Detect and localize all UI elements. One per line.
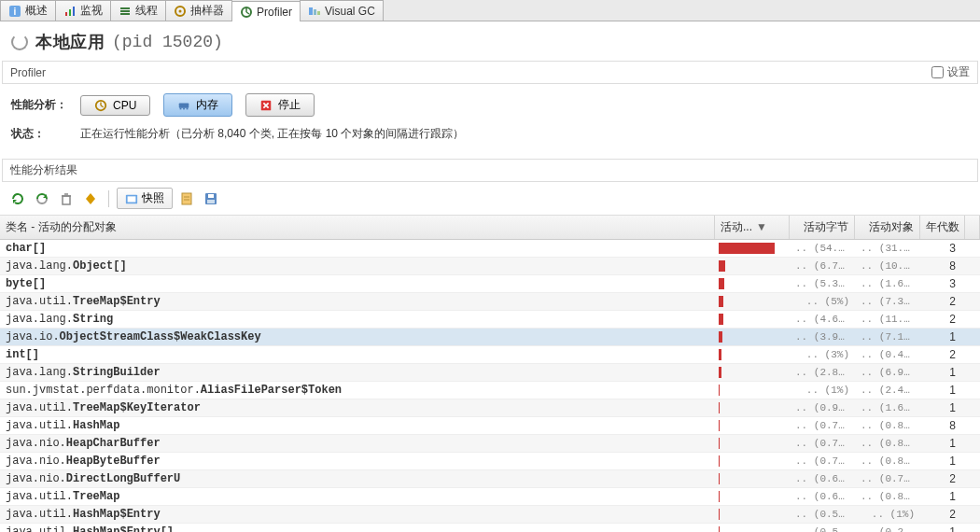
col-name[interactable]: 类名 - 活动的分配对象	[0, 216, 715, 239]
cell-bar	[715, 383, 790, 398]
table-row[interactable]: java.nio.HeapCharBuffer.. (0.7%).. (0.8%…	[0, 435, 980, 453]
cell-bytes: .. (5.3%)	[790, 276, 855, 291]
cell-name: byte[]	[0, 275, 715, 292]
cell-name: java.util.HashMap	[0, 417, 715, 434]
table-row[interactable]: java.util.TreeMap$KeyIterator.. (0.9%)..…	[0, 399, 980, 417]
cell-bar	[715, 365, 790, 380]
svg-text:i: i	[14, 7, 17, 17]
cpu-button[interactable]: CPU	[80, 95, 150, 116]
cell-bytes: .. (3.9%)	[790, 329, 855, 344]
cell-gen: 2	[920, 470, 965, 487]
settings-checkbox[interactable]	[931, 66, 944, 78]
tab-profiler[interactable]: Profiler	[231, 1, 301, 21]
threads-icon	[119, 5, 132, 18]
cell-objs: .. (0.8%)	[855, 489, 920, 504]
export-button[interactable]	[176, 189, 197, 209]
tab-监视[interactable]: 监视	[55, 0, 111, 21]
tab-visual gc[interactable]: Visual GC	[300, 0, 384, 21]
table-row[interactable]: java.nio.DirectLongBufferU.. (0.6%).. (0…	[0, 470, 980, 488]
save-button[interactable]	[201, 189, 221, 209]
cell-bytes: .. (4.6%)	[790, 312, 855, 327]
cell-bar	[715, 400, 790, 415]
table-row[interactable]: java.util.HashMap.. (0.7%).. (0.8%)8	[0, 417, 980, 435]
cell-name: java.lang.Object[]	[0, 258, 715, 274]
table-row[interactable]: java.io.ObjectStreamClass$WeakClassKey..…	[0, 329, 980, 346]
table-row[interactable]: java.lang.String.. (4.6%).. (11.3%)2	[0, 311, 980, 329]
table-row[interactable]: java.lang.StringBuilder.. (2.8%).. (6.9%…	[0, 364, 980, 382]
table-row[interactable]: java.util.TreeMap$Entry.. (5%).. (7.3%)2	[0, 293, 980, 311]
cell-bar	[715, 418, 790, 433]
cell-objs: .. (0.8%)	[855, 436, 920, 451]
gc-button[interactable]	[80, 189, 101, 209]
cell-bar	[715, 329, 790, 344]
table-row[interactable]: int[].. (3%).. (0.4%)2	[0, 346, 980, 364]
stop-button[interactable]: 停止	[245, 93, 315, 117]
col-gen[interactable]: 年代数	[920, 216, 965, 239]
cell-gen: 3	[920, 240, 965, 257]
cell-bytes: .. (0.7%)	[790, 454, 855, 469]
table-row[interactable]: char[].. (54.7%).. (31.4%)3	[0, 240, 980, 258]
cell-gen: 2	[920, 311, 965, 328]
refresh-button[interactable]	[7, 189, 28, 209]
cell-bar	[715, 454, 790, 469]
cell-name: char[]	[0, 240, 715, 257]
table-body[interactable]: char[].. (54.7%).. (31.4%)3java.lang.Obj…	[0, 240, 980, 532]
cell-name: java.util.TreeMap$Entry	[0, 293, 715, 310]
cell-objs: .. (0.4%)	[855, 347, 920, 362]
cell-gen: 1	[920, 364, 965, 381]
cpu-icon	[94, 99, 107, 112]
settings-toggle[interactable]: 设置	[931, 64, 970, 80]
col-objs[interactable]: 活动对象	[855, 216, 920, 239]
cell-objs: .. (2.4%)	[855, 383, 920, 398]
cell-gen: 8	[920, 258, 965, 274]
cell-objs: .. (10.9%)	[855, 259, 920, 273]
cell-bytes: .. (0.5%)	[790, 525, 855, 532]
table-row[interactable]: sun.jvmstat.perfdata.monitor.AliasFilePa…	[0, 382, 980, 399]
sort-desc-icon: ▼	[756, 220, 767, 233]
svg-rect-9	[314, 9, 316, 15]
cell-name: java.lang.String	[0, 311, 715, 328]
svg-rect-12	[179, 103, 189, 107]
snapshot-button[interactable]: 快照	[117, 188, 173, 209]
cell-bar	[715, 347, 790, 362]
cell-bytes: .. (0.7%)	[790, 418, 855, 433]
delete-button[interactable]	[56, 189, 77, 209]
tab-线程[interactable]: 线程	[110, 0, 166, 21]
tab-概述[interactable]: i概述	[0, 0, 56, 21]
tab-抽样器[interactable]: 抽样器	[165, 0, 232, 21]
table-row[interactable]: java.util.TreeMap.. (0.6%).. (0.8%)1	[0, 488, 980, 506]
sampler-icon	[174, 5, 187, 18]
col-bytes[interactable]: 活动字节	[790, 216, 855, 239]
cell-gen: 1	[920, 453, 965, 469]
cell-objs: .. (7.1%)	[855, 329, 920, 344]
cell-name: java.util.TreeMap	[0, 488, 715, 505]
gc-icon	[308, 5, 321, 18]
toolbar-separator	[108, 190, 109, 207]
app-title-row: 本地应用 (pid 15020)	[0, 21, 980, 57]
cell-bytes: .. (6.7%)	[790, 259, 855, 273]
profiler-section-header: Profiler 设置	[2, 61, 978, 84]
cell-name: java.nio.HeapCharBuffer	[0, 435, 715, 452]
cell-bar	[715, 259, 790, 273]
svg-rect-10	[317, 11, 320, 15]
controls-area: 性能分析： CPU 内存 停止 状态： 正在运行性能分析（已分析 8,040 个…	[0, 88, 980, 157]
table-row[interactable]: java.util.HashMap$Entry[].. (0.5%).. (0.…	[0, 524, 980, 532]
app-pid: (pid 15020)	[112, 33, 223, 51]
cell-bar	[715, 436, 790, 451]
auto-refresh-button[interactable]	[32, 189, 52, 209]
table-row[interactable]: java.nio.HeapByteBuffer.. (0.7%).. (0.8%…	[0, 453, 980, 470]
svg-rect-15	[187, 107, 189, 109]
col-bar[interactable]: 活动...▼	[715, 216, 790, 239]
table-row[interactable]: java.lang.Object[].. (6.7%).. (10.9%)8	[0, 258, 980, 275]
table-row[interactable]: java.util.HashMap$Entry.. (0.5%).. (1%)2	[0, 506, 980, 524]
svg-rect-2	[65, 12, 67, 16]
table-row[interactable]: byte[].. (5.3%).. (1.6%)3	[0, 275, 980, 293]
svg-rect-13	[180, 107, 182, 109]
results-table: 类名 - 活动的分配对象 活动...▼ 活动字节 活动对象 年代数 char[]…	[0, 215, 980, 532]
cell-bytes: .. (54.7%)	[790, 241, 855, 256]
table-header: 类名 - 活动的分配对象 活动...▼ 活动字节 活动对象 年代数	[0, 216, 980, 240]
memory-button[interactable]: 内存	[163, 93, 232, 117]
svg-rect-20	[182, 193, 191, 204]
cell-gen: 8	[920, 417, 965, 434]
cell-objs: .. (0.7%)	[855, 471, 920, 486]
